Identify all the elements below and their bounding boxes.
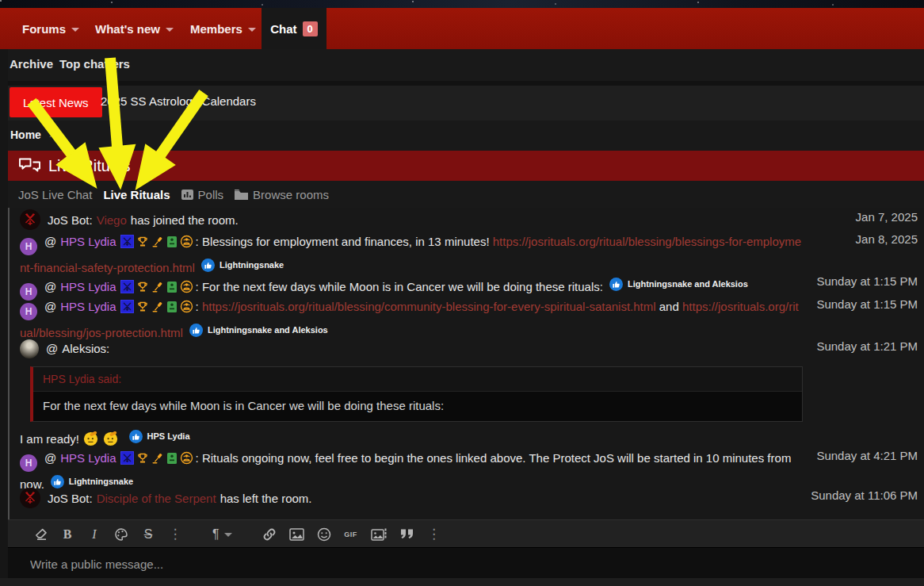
message-text: has left the room. [220,492,312,505]
bold-button[interactable]: B [60,526,74,543]
nav-chat-label: Chat [270,22,296,36]
at-sign: @ [44,451,56,465]
chat-message-list: JoS Bot:Viegohas joined the room. Jan 7,… [8,208,924,519]
strikethrough-button[interactable]: S [141,526,155,543]
hps-lydia-avatar[interactable]: H [20,238,37,255]
reaction-users: Lightningsnake and Aleksios [208,320,328,340]
chat-message: @Aleksios: [20,339,109,358]
link-icon[interactable] [262,526,277,543]
medal-badge-icon [180,234,193,254]
at-sign: @ [44,280,56,293]
tab-browse-rooms[interactable]: Browse rooms [235,188,329,201]
chat-message: JoS Bot:Disciple of the Serpenthas left … [20,488,312,514]
hps-lydia-avatar[interactable]: H [20,454,37,472]
quote-attribution[interactable]: HPS Lydia said: [33,367,802,392]
user-link[interactable]: Viego [97,213,127,227]
green-book-badge-icon [166,234,178,254]
news-headline-link[interactable]: 2025 SS Astrology Calendars [101,94,256,108]
jos-bot-avatar[interactable] [20,488,40,514]
trophy-badge-icon [136,450,149,470]
like-reaction[interactable]: Lightningsnake and Aleksios [609,274,748,294]
poll-chart-icon [181,190,193,200]
message-text: : Blessings for employment and finances,… [196,235,490,248]
sigil-badge-icon [120,299,134,319]
nav-whats-new-label: What's new [95,22,160,36]
user-link[interactable]: HPS Lydia [60,235,116,248]
tab-polls[interactable]: Polls [181,188,224,201]
chevron-down-icon [224,533,232,537]
text-color-icon[interactable] [114,526,128,543]
image-icon[interactable] [289,526,304,543]
nav-members[interactable]: Members [190,8,256,49]
room-title: Live Rituals [48,157,130,175]
media-gallery-icon[interactable] [371,526,387,543]
emoji-icon[interactable] [317,526,331,543]
breadcrumb-separator-icon: › [49,128,52,140]
timestamp: Sunday at 11:06 PM [811,488,918,502]
user-link[interactable]: Aleksios [62,342,106,355]
timestamp: Sunday at 4:21 PM [816,449,918,462]
like-reaction[interactable]: Lightningsnake [200,255,284,275]
colon: : [196,300,199,313]
tab-label: Browse rooms [253,188,329,201]
sigil-badge-icon [120,234,134,254]
timestamp: Jan 8, 2025 [856,232,918,246]
user-link[interactable]: HPS Lydia [60,300,116,313]
aleksios-avatar[interactable] [20,339,39,358]
tab-jos-live-chat[interactable]: JoS Live Chat [18,188,92,201]
medal-badge-icon [180,299,193,319]
remove-format-icon[interactable] [33,526,48,543]
ritual-link[interactable]: https://josrituals.org/ritual/blessing/c… [202,300,656,313]
public-message-input[interactable] [29,548,745,580]
nav-forums[interactable]: Forums [22,8,79,49]
message-text: and [659,300,679,313]
bot-name: JoS Bot: [48,213,93,227]
hps-lydia-avatar[interactable]: H [20,303,37,320]
thumbs-up-icon [609,278,623,291]
timestamp: Sunday at 1:21 PM [816,339,918,353]
trophy-badge-icon [136,299,149,319]
nav-whats-new[interactable]: What's new [95,8,174,49]
editor-toolbar: B I S ⋮ ¶ GIF ⋮ [8,519,924,548]
message-input-row [8,547,924,579]
chevron-down-icon [166,28,174,32]
gif-button[interactable]: GIF [344,526,358,543]
italic-button[interactable]: I [87,526,101,543]
more-options-icon[interactable]: ⋮ [427,526,441,543]
paragraph-glyph: ¶ [212,527,220,542]
user-link[interactable]: HPS Lydia [60,280,116,293]
medal-badge-icon [180,450,193,470]
at-sign: @ [44,300,56,313]
user-link[interactable]: Disciple of the Serpent [97,492,216,505]
user-link[interactable]: HPS Lydia [60,451,116,465]
subnav-archive[interactable]: Archive [10,57,53,71]
quote-icon[interactable] [399,526,414,543]
at-sign: @ [46,342,58,355]
breadcrumb-home[interactable]: Home [10,128,41,141]
chat-message: H@HPS Lydia: Blessings for employment an… [20,232,804,278]
nav-chat-tab[interactable]: Chat 0 [262,8,326,49]
thumbs-up-icon [129,430,143,443]
room-banner: Live Rituals [8,151,924,181]
paragraph-format-button[interactable]: ¶ [212,526,232,543]
tab-label: Live Rituals [103,188,170,201]
latest-news-button[interactable]: Latest News [10,87,102,117]
chat-subnav: Archive Top chatters [8,49,924,81]
chat-page: Forums What's new Members Chat 0 Archive… [0,0,924,586]
message-text: I am ready! [20,432,79,446]
tab-live-rituals[interactable]: Live Rituals [103,188,170,201]
message-text: : For the next few days while Moon is in… [196,280,603,293]
folder-icon [235,190,248,200]
subnav-top-chatters[interactable]: Top chatters [59,57,130,71]
chat-bubbles-icon [18,157,41,175]
news-bar: Latest News 2025 SS Astrology Calendars [8,86,924,121]
like-reaction[interactable]: Lightningsnake and Aleksios [189,320,328,340]
timestamp: Jan 7, 2025 [856,210,918,224]
thumbs-up-icon [201,259,215,272]
like-reaction[interactable]: HPS Lydia [128,427,190,446]
more-options-icon[interactable]: ⋮ [168,526,182,543]
reaction-users: Lightningsnake and Aleksios [628,274,748,294]
chevron-down-icon [71,28,79,32]
message-text: has joined the room. [131,213,239,227]
chevron-down-icon [248,28,256,32]
